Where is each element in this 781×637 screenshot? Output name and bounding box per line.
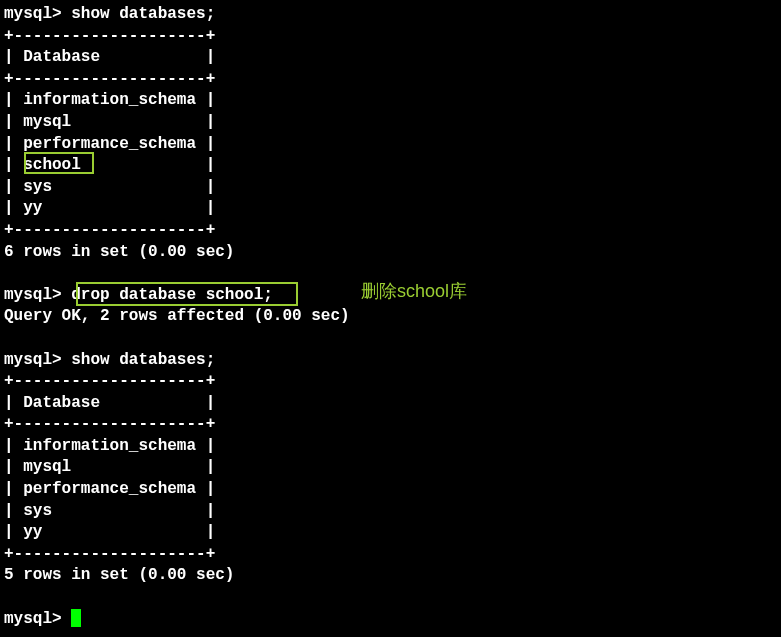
table-border-bot-1: +--------------------+ [4, 220, 781, 242]
query-ok-result: Query OK, 2 rows affected (0.00 sec) [4, 306, 781, 328]
table-row: | information_schema | [4, 90, 781, 112]
table-border-mid-1: +--------------------+ [4, 69, 781, 91]
annotation-delete-school: 删除school库 [361, 279, 467, 303]
table-border-mid-2: +--------------------+ [4, 414, 781, 436]
cursor-icon [71, 609, 81, 627]
table-border-bot-2: +--------------------+ [4, 544, 781, 566]
blank-line [4, 328, 781, 350]
table-row: | performance_schema | [4, 134, 781, 156]
table-border-top-1: +--------------------+ [4, 26, 781, 48]
table-row: | yy | [4, 522, 781, 544]
prompt-text: mysql> [4, 610, 71, 628]
mysql-command-show-databases-1: mysql> show databases; [4, 4, 781, 26]
mysql-prompt-active[interactable]: mysql> [4, 609, 781, 631]
table-row: | yy | [4, 198, 781, 220]
table-row: | sys | [4, 501, 781, 523]
table-border-top-2: +--------------------+ [4, 371, 781, 393]
table-row: | performance_schema | [4, 479, 781, 501]
table-header-2: | Database | [4, 393, 781, 415]
table-row: | information_schema | [4, 436, 781, 458]
table-row-school: | school | [4, 155, 781, 177]
result-summary-1: 6 rows in set (0.00 sec) [4, 242, 781, 264]
table-header-1: | Database | [4, 47, 781, 69]
blank-line [4, 587, 781, 609]
mysql-command-show-databases-2: mysql> show databases; [4, 350, 781, 372]
table-row: | mysql | [4, 112, 781, 134]
result-summary-2: 5 rows in set (0.00 sec) [4, 565, 781, 587]
table-row: | sys | [4, 177, 781, 199]
table-row: | mysql | [4, 457, 781, 479]
